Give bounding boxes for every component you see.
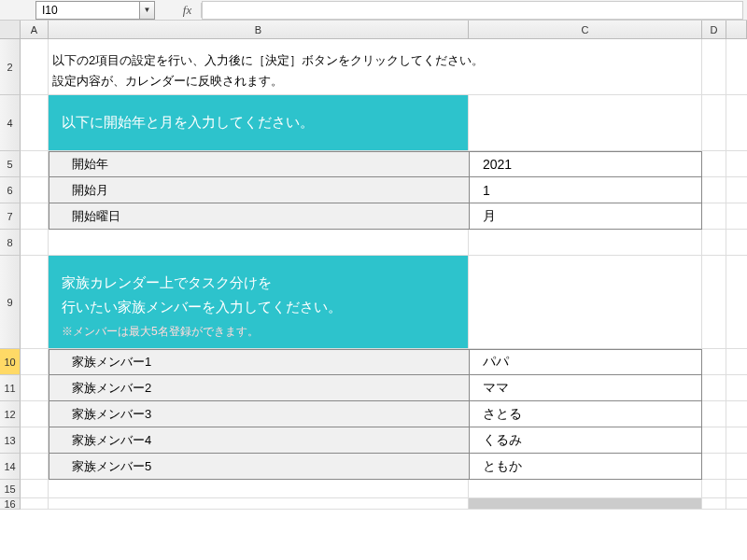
instruction-text: 以下の2項目の設定を行い、入力後に［決定］ボタンをクリックしてください。 設定内…	[49, 39, 702, 95]
field-member3-value[interactable]: さとる	[469, 401, 702, 427]
cell-A13[interactable]	[21, 427, 49, 454]
cell-D11[interactable]	[702, 375, 726, 401]
field-member1-label[interactable]: 家族メンバー1	[49, 349, 469, 375]
row-header-4[interactable]: 4	[0, 95, 21, 151]
row-header-7[interactable]: 7	[0, 203, 21, 230]
field-member4-label[interactable]: 家族メンバー4	[49, 427, 469, 454]
cell-A8[interactable]	[21, 230, 49, 256]
cell-A5[interactable]	[21, 151, 49, 177]
cell-E15[interactable]	[726, 480, 747, 498]
field-member1-value[interactable]: パパ	[469, 349, 702, 375]
cell-A10[interactable]	[21, 349, 49, 375]
row-header-2[interactable]: 2	[0, 39, 21, 95]
field-member4-value[interactable]: くるみ	[469, 427, 702, 454]
cell-E13[interactable]	[726, 427, 747, 454]
spreadsheet-grid: A B C D 2 以下の2項目の設定を行い、入力後に［決定］ボタンをクリックし…	[0, 21, 747, 510]
cell-A2[interactable]	[21, 39, 49, 95]
section2-header: 家族カレンダー上でタスク分けを 行いたい家族メンバーを入力してください。 ※メン…	[49, 256, 469, 349]
field-start-month-value[interactable]: 1	[469, 177, 702, 203]
cell-E5[interactable]	[726, 151, 747, 177]
cell-D6[interactable]	[702, 177, 726, 203]
cell-E7[interactable]	[726, 203, 747, 230]
cell-D15[interactable]	[702, 480, 726, 498]
formula-bar-row: I10 ▼ fx	[0, 0, 747, 21]
name-box[interactable]: I10	[35, 1, 140, 20]
row-header-13[interactable]: 13	[0, 427, 21, 454]
section2-note: ※メンバーは最大5名登録ができます。	[62, 322, 455, 341]
cell-E2[interactable]	[726, 39, 747, 95]
cell-E11[interactable]	[726, 375, 747, 401]
cell-A9[interactable]	[21, 256, 49, 349]
cell-E8[interactable]	[726, 230, 747, 256]
cell-D7[interactable]	[702, 203, 726, 230]
field-start-month-label[interactable]: 開始月	[49, 177, 469, 203]
col-header-A[interactable]: A	[21, 21, 49, 39]
cell-D4[interactable]	[702, 95, 726, 151]
field-member5-label[interactable]: 家族メンバー5	[49, 454, 469, 480]
row-header-9[interactable]: 9	[0, 256, 21, 349]
cell-D12[interactable]	[702, 401, 726, 427]
col-header-D[interactable]: D	[702, 21, 726, 39]
cell-E10[interactable]	[726, 349, 747, 375]
section2-line1: 家族カレンダー上でタスク分けを	[62, 271, 455, 295]
cell-B15[interactable]	[49, 480, 469, 498]
cell-A6[interactable]	[21, 177, 49, 203]
fx-icon[interactable]: fx	[174, 3, 202, 18]
cell-D13[interactable]	[702, 427, 726, 454]
cell-E14[interactable]	[726, 454, 747, 480]
section2-line2: 行いたい家族メンバーを入力してください。	[62, 295, 455, 319]
row-header-14[interactable]: 14	[0, 454, 21, 480]
cell-D5[interactable]	[702, 151, 726, 177]
cell-C16[interactable]	[469, 498, 702, 510]
field-start-day-value[interactable]: 月	[469, 203, 702, 230]
cell-D10[interactable]	[702, 349, 726, 375]
section1-header: 以下に開始年と月を入力してください。	[49, 95, 469, 151]
field-start-year-value[interactable]: 2021	[469, 151, 702, 177]
row-header-12[interactable]: 12	[0, 401, 21, 427]
cell-C8[interactable]	[469, 230, 702, 256]
cell-E12[interactable]	[726, 401, 747, 427]
cell-D2[interactable]	[702, 39, 726, 95]
cell-A16[interactable]	[21, 498, 49, 510]
cell-D9[interactable]	[702, 256, 726, 349]
cell-B8[interactable]	[49, 230, 469, 256]
row-header-11[interactable]: 11	[0, 375, 21, 401]
col-header-B[interactable]: B	[49, 21, 469, 39]
row-header-10[interactable]: 10	[0, 349, 21, 375]
cell-A15[interactable]	[21, 480, 49, 498]
cell-E9[interactable]	[726, 256, 747, 349]
col-header-rest[interactable]	[726, 21, 747, 39]
select-all-corner[interactable]	[0, 21, 21, 39]
row-header-6[interactable]: 6	[0, 177, 21, 203]
cell-C4[interactable]	[469, 95, 702, 151]
field-start-year-label[interactable]: 開始年	[49, 151, 469, 177]
field-member2-value[interactable]: ママ	[469, 375, 702, 401]
field-start-day-label[interactable]: 開始曜日	[49, 203, 469, 230]
row-header-16[interactable]: 16	[0, 498, 21, 510]
field-member2-label[interactable]: 家族メンバー2	[49, 375, 469, 401]
cell-E6[interactable]	[726, 177, 747, 203]
cell-C15[interactable]	[469, 480, 702, 498]
cell-A14[interactable]	[21, 454, 49, 480]
name-box-dropdown[interactable]: ▼	[140, 1, 155, 20]
formula-bar[interactable]	[202, 1, 743, 20]
col-header-C[interactable]: C	[469, 21, 702, 39]
field-member5-value[interactable]: ともか	[469, 454, 702, 480]
cell-E4[interactable]	[726, 95, 747, 151]
cell-E16[interactable]	[726, 498, 747, 510]
cell-A4[interactable]	[21, 95, 49, 151]
instruction-line2: 設定内容が、カレンダーに反映されます。	[52, 71, 698, 91]
section1-title: 以下に開始年と月を入力してください。	[62, 110, 455, 134]
cell-A12[interactable]	[21, 401, 49, 427]
row-header-5[interactable]: 5	[0, 151, 21, 177]
cell-A7[interactable]	[21, 203, 49, 230]
row-header-8[interactable]: 8	[0, 230, 21, 256]
cell-D14[interactable]	[702, 454, 726, 480]
cell-B16[interactable]	[49, 498, 469, 510]
cell-D8[interactable]	[702, 230, 726, 256]
cell-C9[interactable]	[469, 256, 702, 349]
cell-A11[interactable]	[21, 375, 49, 401]
field-member3-label[interactable]: 家族メンバー3	[49, 401, 469, 427]
cell-D16[interactable]	[702, 498, 726, 510]
row-header-15[interactable]: 15	[0, 480, 21, 498]
